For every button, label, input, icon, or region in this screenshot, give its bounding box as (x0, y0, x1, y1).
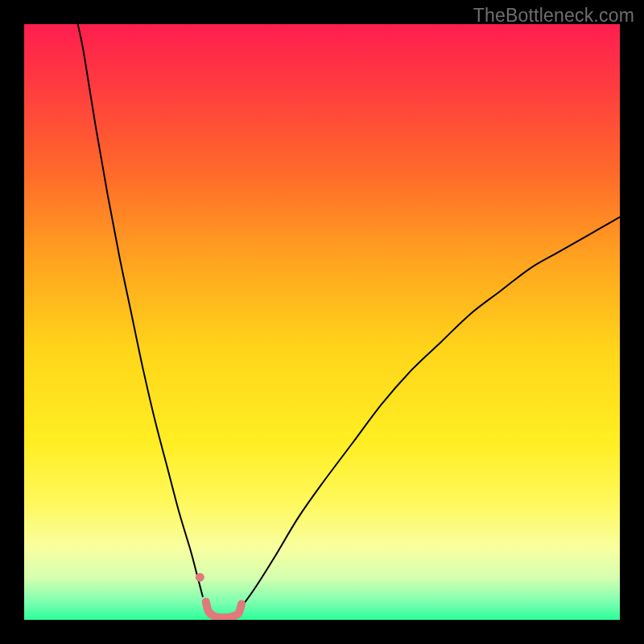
chart-frame: TheBottleneck.com (0, 0, 644, 644)
watermark-text: TheBottleneck.com (473, 5, 634, 27)
plot-area (24, 24, 620, 620)
series-right-branch (245, 217, 620, 603)
series-left-branch (78, 24, 203, 597)
marker-dot (196, 573, 204, 582)
series-floor-marker (206, 601, 242, 617)
curve-layer (24, 24, 620, 620)
